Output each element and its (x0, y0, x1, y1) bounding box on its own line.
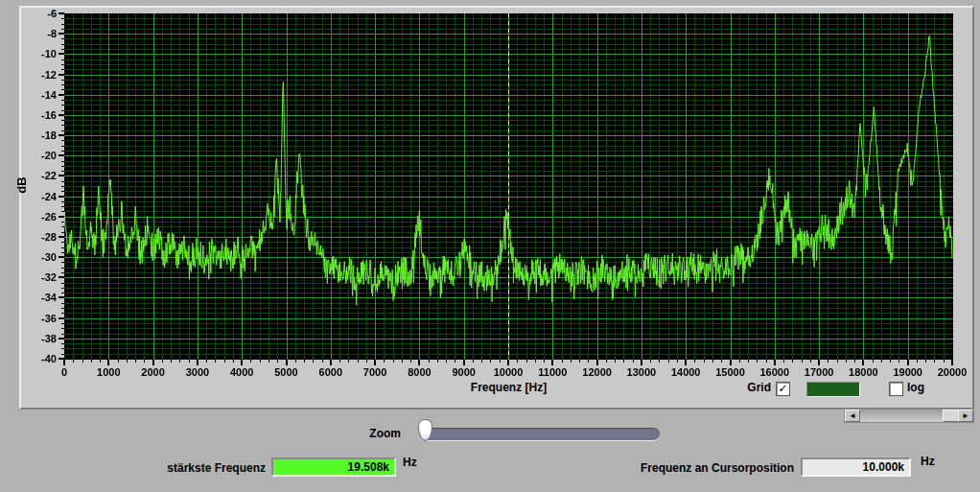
grid-checkbox-label: Grid (738, 381, 771, 394)
x-tick-mark (907, 360, 909, 365)
y-minor-tick-mark (61, 268, 64, 269)
y-tick-mark (58, 338, 64, 340)
y-minor-tick-mark (61, 171, 64, 172)
x-minor-tick-mark (402, 360, 403, 363)
x-tick-mark (818, 360, 820, 365)
y-minor-tick-mark (61, 18, 64, 19)
y-minor-tick-mark (61, 303, 64, 304)
x-minor-tick-mark (127, 360, 128, 363)
x-minor-tick-mark (100, 360, 101, 363)
x-minor-tick-mark (304, 360, 305, 363)
y-minor-tick-mark (61, 49, 64, 50)
x-minor-tick-mark (837, 360, 838, 363)
y-minor-tick-mark (61, 328, 64, 329)
x-minor-tick-mark (73, 360, 74, 363)
y-minor-tick-mark (61, 161, 64, 162)
y-minor-tick-mark (61, 80, 64, 81)
grid-checkbox[interactable]: ✓ (776, 382, 790, 396)
y-minor-tick-mark (61, 29, 64, 30)
x-tick-label: 20000 (927, 365, 977, 379)
x-minor-tick-mark (313, 360, 314, 363)
x-tick-mark (197, 360, 198, 365)
y-tick-label: -16 (17, 108, 57, 122)
arrow-left-icon: ◄ (849, 411, 856, 420)
y-tick-label: -6 (17, 7, 57, 20)
grid-color-swatch[interactable] (806, 382, 860, 397)
x-minor-tick-mark (206, 360, 207, 363)
y-minor-tick-mark (61, 105, 64, 105)
x-tick-label: 12000 (572, 365, 622, 379)
x-minor-tick-mark (677, 360, 678, 363)
x-tick-mark (63, 360, 65, 365)
y-tick-mark (58, 276, 64, 278)
x-minor-tick-mark (704, 360, 705, 363)
y-minor-tick-mark (61, 38, 64, 39)
x-tick-mark (418, 360, 420, 365)
y-minor-tick-mark (61, 313, 64, 314)
arrow-right-icon: ► (962, 411, 969, 420)
x-minor-tick-mark (500, 360, 501, 363)
x-minor-tick-mark (881, 360, 882, 363)
y-minor-tick-mark (61, 64, 64, 65)
y-minor-tick-mark (61, 247, 64, 248)
y-tick-mark (58, 74, 64, 76)
y-tick-label: -26 (17, 210, 57, 223)
y-tick-mark (58, 317, 64, 319)
y-minor-tick-mark (61, 186, 64, 187)
x-tick-label: 15000 (706, 365, 756, 379)
y-tick-label: -8 (17, 27, 57, 40)
x-minor-tick-mark (233, 360, 234, 363)
x-minor-tick-mark (260, 360, 261, 363)
x-minor-tick-mark (873, 360, 874, 363)
x-minor-tick-mark (82, 360, 83, 363)
zoom-slider-track[interactable] (419, 428, 660, 440)
y-minor-tick-mark (61, 283, 64, 284)
x-tick-mark (507, 360, 509, 365)
x-minor-tick-mark (215, 360, 216, 363)
y-minor-tick-mark (61, 201, 64, 202)
y-minor-tick-mark (61, 206, 64, 207)
y-tick-mark (58, 12, 64, 14)
spectrum-plot-area[interactable] (64, 13, 953, 360)
scrollbar-right-button[interactable]: ► (958, 410, 973, 422)
x-tick-mark (286, 360, 288, 365)
x-tick-mark (107, 360, 109, 365)
x-minor-tick-mark (757, 360, 758, 363)
y-tick-label: -38 (17, 332, 57, 345)
strongest-frequency-label: stärkste Frequenz (144, 461, 266, 475)
strongest-frequency-value: 19.508k (271, 457, 396, 477)
x-minor-tick-mark (517, 360, 518, 363)
y-minor-tick-mark (61, 166, 64, 167)
cursor-frequency-label: Frequenz an Cursorposition (614, 461, 794, 475)
x-scrollbar[interactable]: ◄ ► (844, 409, 974, 423)
x-tick-mark (463, 360, 465, 365)
y-minor-tick-mark (61, 252, 64, 253)
x-tick-mark (330, 360, 332, 365)
x-tick-mark (774, 360, 776, 365)
y-minor-tick-mark (61, 100, 64, 101)
x-tick-mark (862, 360, 864, 365)
x-minor-tick-mark (623, 360, 624, 363)
x-minor-tick-mark (366, 360, 367, 363)
log-checkbox[interactable] (889, 382, 903, 396)
y-tick-mark (58, 256, 64, 258)
x-minor-tick-mark (250, 360, 251, 363)
x-tick-label: 9000 (439, 365, 489, 379)
spectrum-canvas[interactable] (64, 13, 953, 360)
x-minor-tick-mark (473, 360, 474, 363)
y-tick-mark (58, 296, 64, 298)
x-tick-mark (241, 360, 243, 365)
y-minor-tick-mark (61, 69, 64, 70)
x-minor-tick-mark (588, 360, 589, 363)
x-minor-tick-mark (544, 360, 545, 363)
y-tick-mark (58, 53, 64, 55)
cursor-frequency-value: 10.000k (801, 457, 911, 477)
scrollbar-left-button[interactable]: ◄ (845, 410, 860, 422)
y-tick-mark (58, 33, 64, 35)
x-tick-label: 8000 (394, 365, 444, 379)
x-minor-tick-mark (490, 360, 491, 363)
strongest-frequency-unit: Hz (403, 456, 417, 469)
y-minor-tick-mark (61, 262, 64, 263)
y-minor-tick-mark (61, 44, 64, 45)
x-minor-tick-mark (144, 360, 145, 363)
